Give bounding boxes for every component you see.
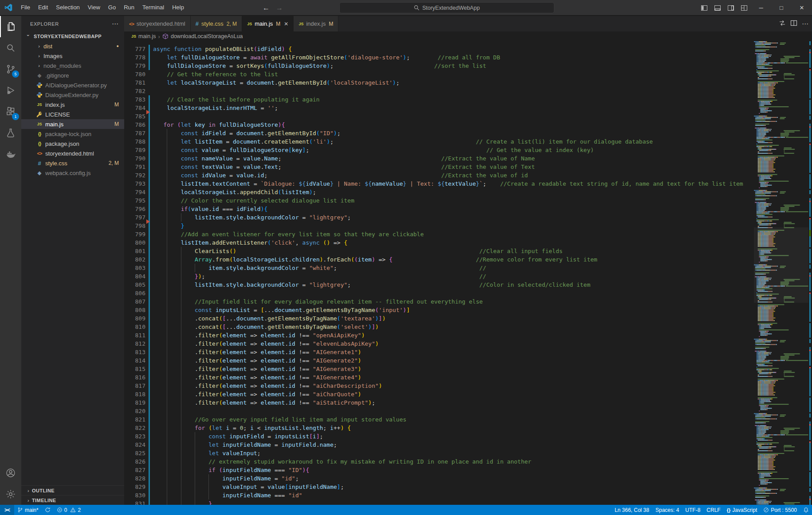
minimap-slider[interactable] [754, 227, 808, 303]
code-editor[interactable]: 777async function populateDBList(idField… [124, 41, 812, 505]
tree-item-index.js[interactable]: JSindex.jsM [21, 100, 124, 109]
tab-storyextended.html[interactable]: <>storyextended.html [124, 16, 191, 31]
code-line[interactable]: 827 if (inputFieldName === "ID"){ [124, 466, 754, 474]
code-line[interactable]: 787 const idField = document.getElementB… [124, 129, 754, 137]
settings-gear-icon[interactable] [0, 484, 21, 505]
code-line[interactable]: 780 // Get the reference to the list [124, 70, 754, 78]
search-sidebar-icon[interactable] [0, 37, 21, 59]
code-line[interactable]: 794 localStorageList.appendChild(listIte… [124, 188, 754, 196]
code-line[interactable]: 792 const idValue = value.id; //Extract … [124, 171, 754, 179]
menu-selection[interactable]: Selection [52, 0, 83, 15]
tree-item-dialogueextender.py[interactable]: DialogueExtender.py [21, 90, 124, 100]
code-line[interactable]: 802 Array.from(localStorageList.children… [124, 255, 754, 264]
tree-item-license[interactable]: LICENSE [21, 109, 124, 119]
sync-changes-button[interactable] [42, 505, 54, 515]
menu-go[interactable]: Go [104, 0, 120, 15]
status-encoding[interactable]: UTF-8 [682, 505, 703, 515]
code-line[interactable]: 825 let valueInput; [124, 449, 754, 457]
status-notifications[interactable] [800, 505, 812, 515]
tab-style.css[interactable]: #style.css2, M [191, 16, 242, 31]
toggle-panel-icon[interactable] [711, 0, 724, 16]
problems-item[interactable]: 0 2 [54, 505, 84, 515]
code-line[interactable]: 791 const textValue = value.Text; //Extr… [124, 163, 754, 171]
tree-item-aidialoguegenerator.py[interactable]: AIDialogueGenerator.py [21, 80, 124, 90]
tree-item-webpack.config.js[interactable]: ◈webpack.config.js [21, 168, 124, 178]
code-line[interactable]: 785 [124, 112, 754, 121]
docker-icon[interactable] [0, 144, 21, 165]
code-line[interactable]: 788 let listItem = document.createElemen… [124, 137, 754, 146]
maximize-restore-button[interactable]: □ [771, 0, 792, 16]
timeline-section[interactable]: ›TIMELINE [21, 495, 124, 505]
navigate-forward-icon[interactable]: → [276, 4, 283, 12]
code-line[interactable]: 810 .concat([...document.getElementsByTa… [124, 323, 754, 331]
toggle-secondary-sidebar-icon[interactable] [724, 0, 737, 16]
customize-layout-icon[interactable] [737, 0, 751, 16]
code-line[interactable]: 829 valueInput = value[inputFieldName]; [124, 483, 754, 491]
menu-terminal[interactable]: Terminal [138, 0, 168, 15]
code-line[interactable]: 813 .filter(element => element.id !== "A… [124, 348, 754, 356]
status-language-mode[interactable]: {}JavaScript [724, 505, 761, 515]
code-line[interactable]: 812 .filter(element => element.id !== "e… [124, 339, 754, 348]
command-center-search[interactable]: StoryExtendedWebApp [339, 2, 554, 13]
code-line[interactable]: 811 .filter(element => element.id !== "o… [124, 331, 754, 339]
code-line[interactable]: 796 if(value.id === idField){ [124, 205, 754, 213]
status-eol[interactable]: CRLF [703, 505, 723, 515]
menu-file[interactable]: File [17, 0, 34, 15]
code-line[interactable]: 816 .filter(element => element.id !== "A… [124, 373, 754, 382]
tab-index.js[interactable]: JSindex.jsM [294, 16, 338, 31]
code-line[interactable]: 777async function populateDBList(idField… [124, 45, 754, 53]
code-line[interactable]: 779 fullDialogueStore = sortKeys(fullDia… [124, 62, 754, 70]
code-line[interactable]: 828 inputFieldName = "id"; [124, 474, 754, 483]
tree-item-images[interactable]: ›Images [21, 51, 124, 61]
code-line[interactable]: 806 [124, 289, 754, 297]
tree-item-package.json[interactable]: {}package.json [21, 139, 124, 148]
code-line[interactable]: 790 const nameValue = value.Name; //Extr… [124, 154, 754, 163]
menu-help[interactable]: Help [168, 0, 188, 15]
close-window-button[interactable]: ✕ [792, 0, 812, 16]
code-line[interactable]: 817 .filter(element => element.id !== "a… [124, 382, 754, 390]
open-changes-icon[interactable] [779, 20, 786, 28]
code-line[interactable]: 818 .filter(element => element.id !== "a… [124, 390, 754, 398]
code-line[interactable]: 821 //Go over every input field list ite… [124, 415, 754, 424]
tree-item-style.css[interactable]: #style.css2, M [21, 158, 124, 168]
code-line[interactable]: 831 } [124, 499, 754, 505]
status-cursor-position[interactable]: Ln 366, Col 38 [612, 505, 652, 515]
menu-view[interactable]: View [84, 0, 104, 15]
code-line[interactable]: 805 listItem.style.backgroundColor = "li… [124, 281, 754, 289]
breadcrumb-symbol[interactable]: downloadLocalStorageAsLua [171, 33, 243, 39]
toggle-primary-sidebar-icon[interactable] [698, 0, 711, 16]
code-line[interactable]: 809 .concat([...document.getElementsByTa… [124, 314, 754, 323]
menu-edit[interactable]: Edit [34, 0, 52, 15]
tree-item-storyextended.html[interactable]: <>storyextended.html [21, 148, 124, 158]
git-branch-item[interactable]: main* [14, 505, 42, 515]
code-line[interactable]: 786 for (let key in fullDialogueStore){ [124, 121, 754, 129]
navigate-back-icon[interactable]: ← [263, 4, 270, 12]
tab-main.js[interactable]: JSmain.jsM✕ [242, 16, 294, 31]
remote-indicator[interactable]: >< [0, 505, 14, 515]
status-indentation[interactable]: Spaces: 4 [652, 505, 682, 515]
code-line[interactable]: 826 // extremely stupid workaround to fi… [124, 457, 754, 466]
split-editor-icon[interactable] [790, 20, 797, 28]
extensions-icon[interactable]: 1 [0, 101, 21, 122]
explorer-icon[interactable] [0, 16, 21, 37]
explorer-more-actions-icon[interactable]: ⋯ [112, 20, 119, 28]
code-line[interactable]: 820 [124, 407, 754, 415]
tree-item-main.js[interactable]: JSmain.jsM [21, 119, 124, 129]
testing-icon[interactable] [0, 122, 21, 144]
code-line[interactable]: 782 [124, 87, 754, 95]
code-line[interactable]: 800 listItem.addEventListener('click', a… [124, 238, 754, 247]
outline-section[interactable]: ›OUTLINE [21, 485, 124, 495]
status-live-server-port[interactable]: Port : 5500 [760, 505, 800, 515]
run-and-debug-icon[interactable] [0, 80, 21, 101]
source-control-icon[interactable]: 5 [0, 59, 21, 80]
code-line[interactable]: 822 for (let i = 0; i < inputsList.lengt… [124, 424, 754, 432]
code-line[interactable]: 803 item.style.backgroundColor = "white"… [124, 264, 754, 272]
code-line[interactable]: 778 let fullDialogueStore = await getAll… [124, 53, 754, 62]
more-actions-icon[interactable]: ⋯ [802, 20, 808, 28]
tree-item-.gitignore[interactable]: ◆.gitignore [21, 70, 124, 80]
code-line[interactable]: 830 inputFieldName === "id" [124, 491, 754, 499]
code-line[interactable]: 797 listItem.style.backgroundColor = "li… [124, 213, 754, 222]
account-icon[interactable] [0, 462, 21, 484]
code-line[interactable]: 781 let localStorageList = document.getE… [124, 78, 754, 87]
code-line[interactable]: 783 // Clear the list before populating … [124, 95, 754, 104]
